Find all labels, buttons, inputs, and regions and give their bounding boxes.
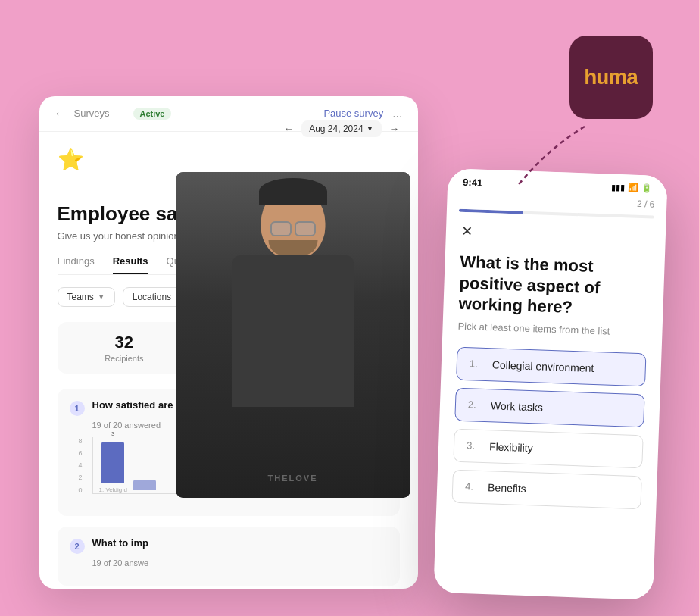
prev-date-button[interactable]: ← xyxy=(283,123,294,135)
mobile-option-4[interactable]: 4. Benefits xyxy=(451,469,641,509)
mobile-question-area: What is the most positive aspect of work… xyxy=(435,243,665,529)
date-nav: ← Aug 24, 2024 ▼ → xyxy=(283,120,399,137)
pause-survey-button[interactable]: Pause survey xyxy=(323,108,383,119)
option-4-label: Benefits xyxy=(487,480,526,494)
mobile-option-3[interactable]: 3. Flexibility xyxy=(453,428,643,468)
mobile-option-2[interactable]: 2. Work tasks xyxy=(454,387,644,427)
header-right: Pause survey ... xyxy=(323,107,402,120)
stat-recipients: 32 Recipients xyxy=(73,333,177,363)
mobile-option-1[interactable]: 1. Collegial environment xyxy=(456,346,646,386)
battery-icon: 🔋 xyxy=(641,183,651,193)
tab-findings[interactable]: Findings xyxy=(58,255,95,274)
mobile-page-indicator: 2 / 6 xyxy=(636,198,654,209)
teams-chevron-icon: ▼ xyxy=(98,292,105,301)
option-3-label: Flexibility xyxy=(488,439,532,453)
q2-answered: 19 of 20 answe xyxy=(92,558,388,568)
breadcrumb-sep: — xyxy=(117,108,126,119)
signal-icon: ▮▮▮ xyxy=(610,182,624,192)
scene: huma / \ ← Surveys — Active — Pause surv… xyxy=(24,20,676,596)
y-axis-labels: 8 6 4 2 0 xyxy=(79,437,83,494)
mobile-question-title: What is the most positive aspect of work… xyxy=(458,251,650,320)
mobile-time: 9:41 xyxy=(462,176,482,188)
bar-2-fill xyxy=(133,480,156,490)
teams-filter[interactable]: Teams ▼ xyxy=(58,287,115,307)
date-pill[interactable]: Aug 24, 2024 ▼ xyxy=(301,120,381,137)
person-silhouette: THELOVE xyxy=(176,172,410,498)
q1-number: 1 xyxy=(70,401,85,416)
person-photo: THELOVE xyxy=(176,172,410,498)
wifi-icon: 📶 xyxy=(627,183,638,192)
stat-recipients-label: Recipients xyxy=(80,354,169,363)
stat-recipients-count: 32 xyxy=(80,333,169,352)
q2-title: What to imp xyxy=(92,537,148,549)
bar-1: 3 1. Veldig d xyxy=(99,430,127,493)
q2-number: 2 xyxy=(70,539,85,554)
back-arrow[interactable]: ← xyxy=(55,107,67,120)
mobile-question-subtitle: Pick at least one items from the list xyxy=(457,320,647,338)
mobile-signal-icons: ▮▮▮ 📶 🔋 xyxy=(610,182,651,193)
breadcrumb-surveys: Surveys xyxy=(74,108,110,119)
mobile-card: 9:41 ▮▮▮ 📶 🔋 2 / 6 ✕ What is the most po… xyxy=(433,168,667,600)
progress-fill xyxy=(458,208,523,214)
option-1-label: Collegial environment xyxy=(491,358,594,374)
survey-icon: ⭐ xyxy=(58,147,84,172)
dashed-line xyxy=(501,119,592,195)
tab-results[interactable]: Results xyxy=(113,255,148,274)
question-2-block: 2 What to imp 19 of 20 answe xyxy=(58,527,400,586)
breadcrumb-sep2: — xyxy=(179,108,188,119)
q2-header: 2 What to imp xyxy=(70,537,388,554)
huma-logo-text: huma xyxy=(584,65,638,89)
status-badge: Active xyxy=(133,108,170,120)
huma-logo: huma xyxy=(569,36,653,119)
more-options-button[interactable]: ... xyxy=(392,107,402,120)
bar-2 xyxy=(133,480,156,493)
next-date-button[interactable]: → xyxy=(389,123,400,135)
option-2-label: Work tasks xyxy=(490,399,543,412)
bar-1-fill xyxy=(101,442,124,483)
bar-1-label: 1. Veldig d xyxy=(99,486,127,493)
